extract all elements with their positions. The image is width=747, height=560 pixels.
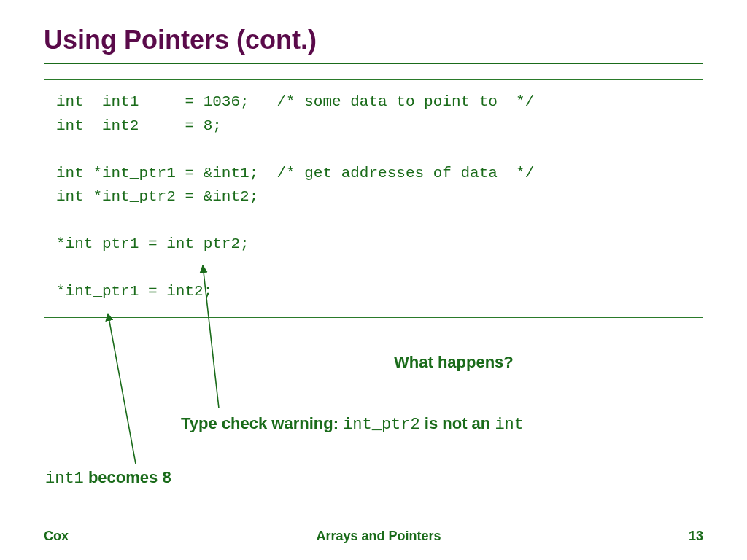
warn-type: int — [495, 416, 524, 434]
footer-page: 13 — [689, 529, 703, 544]
title-rule — [44, 63, 703, 64]
warn-gap: is not an — [420, 414, 495, 432]
slide-title: Using Pointers (cont.) — [44, 25, 703, 55]
warn-prefix: Type check warning: — [181, 414, 343, 432]
becomes-annotation: int1 becomes 8 — [45, 468, 171, 488]
slide: Using Pointers (cont.) int int1 = 1036; … — [0, 0, 747, 560]
warn-ptr: int_ptr2 — [343, 416, 420, 434]
type-warning-annotation: Type check warning: int_ptr2 is not an i… — [181, 414, 524, 434]
becomes-rest: becomes 8 — [84, 468, 171, 486]
becomes-var: int1 — [45, 470, 84, 488]
footer-topic: Arrays and Pointers — [316, 529, 441, 544]
footer: Cox Arrays and Pointers 13 — [0, 529, 747, 544]
question-annotation: What happens? — [394, 353, 514, 372]
code-block: int int1 = 1036; /* some data to point t… — [44, 79, 703, 318]
footer-author: Cox — [44, 529, 69, 544]
